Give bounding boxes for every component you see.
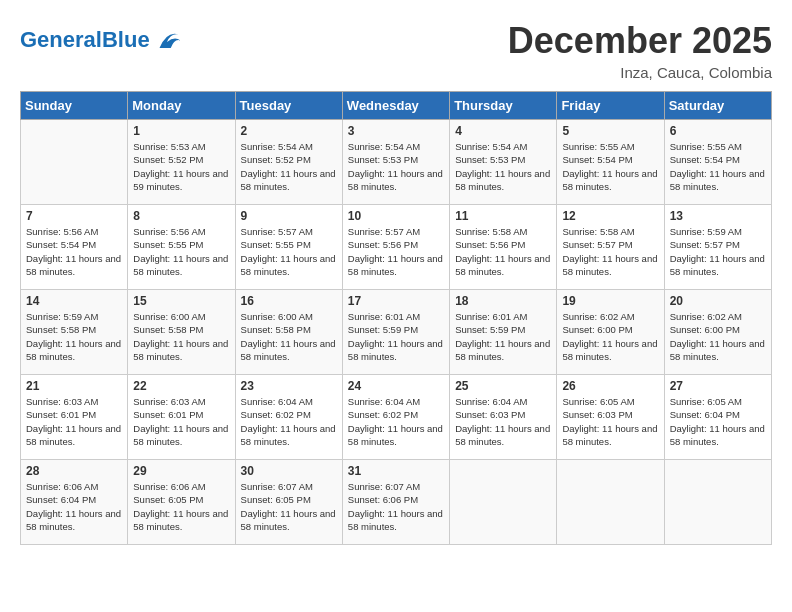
day-info: Sunrise: 5:56 AMSunset: 5:54 PMDaylight:… <box>26 225 122 278</box>
day-number: 20 <box>670 294 766 308</box>
day-info: Sunrise: 6:05 AMSunset: 6:04 PMDaylight:… <box>670 395 766 448</box>
calendar-cell <box>557 460 664 545</box>
calendar-cell <box>664 460 771 545</box>
calendar-week-row: 1Sunrise: 5:53 AMSunset: 5:52 PMDaylight… <box>21 120 772 205</box>
logo-icon <box>152 25 182 55</box>
day-of-week-header: Wednesday <box>342 92 449 120</box>
day-number: 11 <box>455 209 551 223</box>
day-number: 6 <box>670 124 766 138</box>
day-number: 1 <box>133 124 229 138</box>
day-info: Sunrise: 5:57 AMSunset: 5:56 PMDaylight:… <box>348 225 444 278</box>
calendar-cell <box>450 460 557 545</box>
day-info: Sunrise: 6:01 AMSunset: 5:59 PMDaylight:… <box>348 310 444 363</box>
day-info: Sunrise: 6:02 AMSunset: 6:00 PMDaylight:… <box>670 310 766 363</box>
calendar-cell: 10Sunrise: 5:57 AMSunset: 5:56 PMDayligh… <box>342 205 449 290</box>
day-number: 31 <box>348 464 444 478</box>
day-info: Sunrise: 5:58 AMSunset: 5:57 PMDaylight:… <box>562 225 658 278</box>
day-number: 24 <box>348 379 444 393</box>
day-info: Sunrise: 5:55 AMSunset: 5:54 PMDaylight:… <box>670 140 766 193</box>
calendar-cell: 12Sunrise: 5:58 AMSunset: 5:57 PMDayligh… <box>557 205 664 290</box>
day-number: 18 <box>455 294 551 308</box>
day-info: Sunrise: 5:54 AMSunset: 5:53 PMDaylight:… <box>348 140 444 193</box>
calendar-cell: 15Sunrise: 6:00 AMSunset: 5:58 PMDayligh… <box>128 290 235 375</box>
day-info: Sunrise: 5:56 AMSunset: 5:55 PMDaylight:… <box>133 225 229 278</box>
calendar-cell: 21Sunrise: 6:03 AMSunset: 6:01 PMDayligh… <box>21 375 128 460</box>
day-number: 19 <box>562 294 658 308</box>
calendar-cell: 17Sunrise: 6:01 AMSunset: 5:59 PMDayligh… <box>342 290 449 375</box>
day-number: 16 <box>241 294 337 308</box>
calendar-cell: 5Sunrise: 5:55 AMSunset: 5:54 PMDaylight… <box>557 120 664 205</box>
day-number: 13 <box>670 209 766 223</box>
calendar-cell: 25Sunrise: 6:04 AMSunset: 6:03 PMDayligh… <box>450 375 557 460</box>
day-info: Sunrise: 6:05 AMSunset: 6:03 PMDaylight:… <box>562 395 658 448</box>
day-number: 23 <box>241 379 337 393</box>
calendar-week-row: 14Sunrise: 5:59 AMSunset: 5:58 PMDayligh… <box>21 290 772 375</box>
day-info: Sunrise: 6:07 AMSunset: 6:06 PMDaylight:… <box>348 480 444 533</box>
day-info: Sunrise: 5:54 AMSunset: 5:52 PMDaylight:… <box>241 140 337 193</box>
day-info: Sunrise: 5:55 AMSunset: 5:54 PMDaylight:… <box>562 140 658 193</box>
calendar-cell: 29Sunrise: 6:06 AMSunset: 6:05 PMDayligh… <box>128 460 235 545</box>
day-number: 10 <box>348 209 444 223</box>
day-number: 28 <box>26 464 122 478</box>
day-of-week-header: Friday <box>557 92 664 120</box>
day-number: 2 <box>241 124 337 138</box>
calendar-cell: 13Sunrise: 5:59 AMSunset: 5:57 PMDayligh… <box>664 205 771 290</box>
day-info: Sunrise: 6:02 AMSunset: 6:00 PMDaylight:… <box>562 310 658 363</box>
title-block: December 2025 Inza, Cauca, Colombia <box>508 20 772 81</box>
day-of-week-header: Saturday <box>664 92 771 120</box>
day-number: 29 <box>133 464 229 478</box>
calendar-cell: 16Sunrise: 6:00 AMSunset: 5:58 PMDayligh… <box>235 290 342 375</box>
calendar-cell: 8Sunrise: 5:56 AMSunset: 5:55 PMDaylight… <box>128 205 235 290</box>
day-info: Sunrise: 6:04 AMSunset: 6:02 PMDaylight:… <box>348 395 444 448</box>
day-number: 7 <box>26 209 122 223</box>
logo: GeneralBlue <box>20 25 182 55</box>
calendar-cell <box>21 120 128 205</box>
day-info: Sunrise: 5:54 AMSunset: 5:53 PMDaylight:… <box>455 140 551 193</box>
day-number: 8 <box>133 209 229 223</box>
calendar-table: SundayMondayTuesdayWednesdayThursdayFrid… <box>20 91 772 545</box>
calendar-cell: 28Sunrise: 6:06 AMSunset: 6:04 PMDayligh… <box>21 460 128 545</box>
day-info: Sunrise: 5:59 AMSunset: 5:58 PMDaylight:… <box>26 310 122 363</box>
day-info: Sunrise: 5:53 AMSunset: 5:52 PMDaylight:… <box>133 140 229 193</box>
day-info: Sunrise: 6:01 AMSunset: 5:59 PMDaylight:… <box>455 310 551 363</box>
calendar-week-row: 7Sunrise: 5:56 AMSunset: 5:54 PMDaylight… <box>21 205 772 290</box>
calendar-cell: 23Sunrise: 6:04 AMSunset: 6:02 PMDayligh… <box>235 375 342 460</box>
logo-text: GeneralBlue <box>20 29 150 51</box>
day-info: Sunrise: 5:58 AMSunset: 5:56 PMDaylight:… <box>455 225 551 278</box>
calendar-cell: 9Sunrise: 5:57 AMSunset: 5:55 PMDaylight… <box>235 205 342 290</box>
day-info: Sunrise: 6:00 AMSunset: 5:58 PMDaylight:… <box>241 310 337 363</box>
calendar-cell: 26Sunrise: 6:05 AMSunset: 6:03 PMDayligh… <box>557 375 664 460</box>
day-number: 27 <box>670 379 766 393</box>
day-info: Sunrise: 6:07 AMSunset: 6:05 PMDaylight:… <box>241 480 337 533</box>
day-of-week-header: Thursday <box>450 92 557 120</box>
calendar-cell: 1Sunrise: 5:53 AMSunset: 5:52 PMDaylight… <box>128 120 235 205</box>
calendar-week-row: 28Sunrise: 6:06 AMSunset: 6:04 PMDayligh… <box>21 460 772 545</box>
day-of-week-header: Tuesday <box>235 92 342 120</box>
day-number: 4 <box>455 124 551 138</box>
calendar-cell: 6Sunrise: 5:55 AMSunset: 5:54 PMDaylight… <box>664 120 771 205</box>
day-number: 22 <box>133 379 229 393</box>
calendar-cell: 7Sunrise: 5:56 AMSunset: 5:54 PMDaylight… <box>21 205 128 290</box>
calendar-body: 1Sunrise: 5:53 AMSunset: 5:52 PMDaylight… <box>21 120 772 545</box>
calendar-cell: 4Sunrise: 5:54 AMSunset: 5:53 PMDaylight… <box>450 120 557 205</box>
day-info: Sunrise: 6:00 AMSunset: 5:58 PMDaylight:… <box>133 310 229 363</box>
calendar-cell: 30Sunrise: 6:07 AMSunset: 6:05 PMDayligh… <box>235 460 342 545</box>
day-number: 17 <box>348 294 444 308</box>
day-number: 26 <box>562 379 658 393</box>
day-info: Sunrise: 5:59 AMSunset: 5:57 PMDaylight:… <box>670 225 766 278</box>
calendar-cell: 3Sunrise: 5:54 AMSunset: 5:53 PMDaylight… <box>342 120 449 205</box>
day-of-week-header: Monday <box>128 92 235 120</box>
calendar-week-row: 21Sunrise: 6:03 AMSunset: 6:01 PMDayligh… <box>21 375 772 460</box>
day-number: 15 <box>133 294 229 308</box>
calendar-cell: 27Sunrise: 6:05 AMSunset: 6:04 PMDayligh… <box>664 375 771 460</box>
day-of-week-header: Sunday <box>21 92 128 120</box>
calendar-header-row: SundayMondayTuesdayWednesdayThursdayFrid… <box>21 92 772 120</box>
day-number: 14 <box>26 294 122 308</box>
day-info: Sunrise: 5:57 AMSunset: 5:55 PMDaylight:… <box>241 225 337 278</box>
day-info: Sunrise: 6:06 AMSunset: 6:05 PMDaylight:… <box>133 480 229 533</box>
day-number: 12 <box>562 209 658 223</box>
calendar-cell: 19Sunrise: 6:02 AMSunset: 6:00 PMDayligh… <box>557 290 664 375</box>
calendar-cell: 24Sunrise: 6:04 AMSunset: 6:02 PMDayligh… <box>342 375 449 460</box>
day-number: 9 <box>241 209 337 223</box>
page-header: GeneralBlue December 2025 Inza, Cauca, C… <box>20 20 772 81</box>
